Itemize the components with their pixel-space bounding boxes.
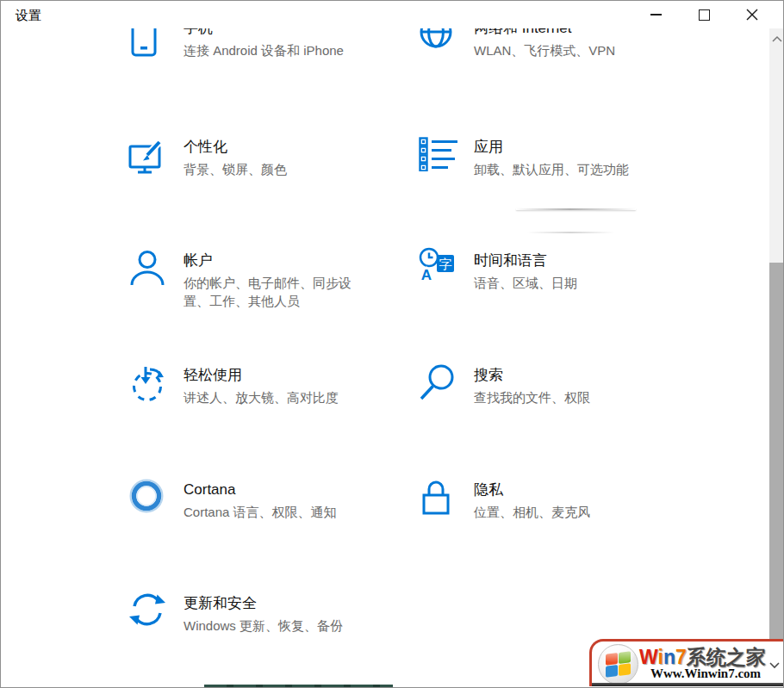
svg-text:A: A [421, 267, 432, 283]
account-person-icon [128, 249, 173, 294]
brand-letter: n [663, 646, 675, 668]
minimize-icon [650, 14, 662, 15]
category-title: Cortana [184, 480, 337, 500]
close-icon [746, 9, 758, 21]
settings-window: 手机 连接 Android 设备和 iPhone 网络和 Internet WL… [0, 0, 784, 688]
category-subtitle: 查找我的文件、权限 [474, 388, 590, 406]
category-title: 更新和安全 [184, 593, 343, 614]
category-title: 时间和语言 [474, 251, 577, 271]
category-title: 轻松使用 [184, 365, 339, 386]
brand-suffix: 系统之家 [687, 646, 766, 668]
category-tile-apps[interactable]: 应用 卸载、默认应用、可选功能 [419, 137, 703, 204]
bottom-edge-artifact [204, 685, 393, 687]
personalization-icon [128, 139, 173, 183]
maximize-icon [699, 9, 710, 21]
close-button[interactable] [728, 1, 776, 28]
category-tile-accounts[interactable]: 帐户 你的帐户、电子邮件、同步设置、工作、其他人员 [128, 251, 413, 318]
category-title: 搜索 [474, 365, 590, 386]
winwin7-watermark: Win7系统之家 Www.Winwin7.com [589, 639, 784, 686]
category-subtitle: Windows 更新、恢复、备份 [184, 617, 343, 635]
category-subtitle: 位置、相机、麦克风 [474, 503, 590, 521]
category-subtitle: 卸载、默认应用、可选功能 [474, 160, 629, 178]
category-subtitle: Cortana 语言、权限、通知 [184, 503, 337, 521]
category-subtitle: WLAN、飞行模式、VPN [474, 41, 615, 59]
faint-divider-artifact [527, 232, 614, 233]
category-tile-personalization[interactable]: 个性化 背景、锁屏、颜色 [128, 137, 413, 204]
category-title: 应用 [474, 137, 629, 158]
category-subtitle: 连接 Android 设备和 iPhone [184, 41, 344, 59]
category-title: 个性化 [184, 137, 287, 158]
category-subtitle: 背景、锁屏、颜色 [184, 160, 287, 178]
category-subtitle: 讲述人、放大镜、高对比度 [184, 388, 339, 406]
ease-of-access-icon [128, 363, 173, 408]
category-subtitle: 语音、区域、日期 [474, 274, 577, 292]
search-magnifier-icon [419, 363, 464, 408]
category-tile-ease-of-access[interactable]: 轻松使用 讲述人、放大镜、高对比度 [128, 365, 413, 432]
cortana-circle-icon [128, 478, 173, 523]
category-subtitle: 你的帐户、电子邮件、同步设置、工作、其他人员 [184, 274, 356, 310]
category-tile-time-language[interactable]: 字 A 时间和语言 语音、区域、日期 [419, 251, 703, 318]
category-tile-update-security[interactable]: 更新和安全 Windows 更新、恢复、备份 [128, 593, 413, 660]
scrollbar-thumb[interactable] [769, 263, 784, 686]
privacy-lock-icon [419, 478, 464, 523]
window-title: 设置 [16, 8, 41, 24]
watermark-site-url: Www.Winwin7.com [650, 666, 761, 681]
svg-text:字: 字 [439, 257, 452, 271]
update-security-icon [128, 592, 173, 636]
category-title: 帐户 [184, 251, 356, 271]
windows-flag-logo-icon [598, 644, 638, 685]
faint-divider-artifact [516, 208, 636, 210]
apps-list-icon [419, 137, 464, 182]
maximize-button[interactable] [680, 1, 728, 28]
category-tile-cortana[interactable]: Cortana Cortana 语言、权限、通知 [128, 480, 413, 547]
category-title: 隐私 [474, 480, 590, 500]
vertical-scrollbar[interactable] [769, 28, 784, 686]
chevron-up-icon[interactable] [769, 33, 784, 45]
category-tile-search[interactable]: 搜索 查找我的文件、权限 [419, 365, 703, 432]
brand-letter: W [639, 646, 658, 668]
brand-letter: 7 [675, 646, 687, 668]
watermark-bottom-bar [592, 683, 784, 686]
category-tile-privacy[interactable]: 隐私 位置、相机、麦克风 [419, 480, 703, 547]
chevron-down-icon[interactable] [766, 659, 783, 673]
minimize-button[interactable] [632, 1, 680, 28]
window-controls [632, 1, 776, 28]
time-language-icon: 字 A [419, 247, 464, 292]
